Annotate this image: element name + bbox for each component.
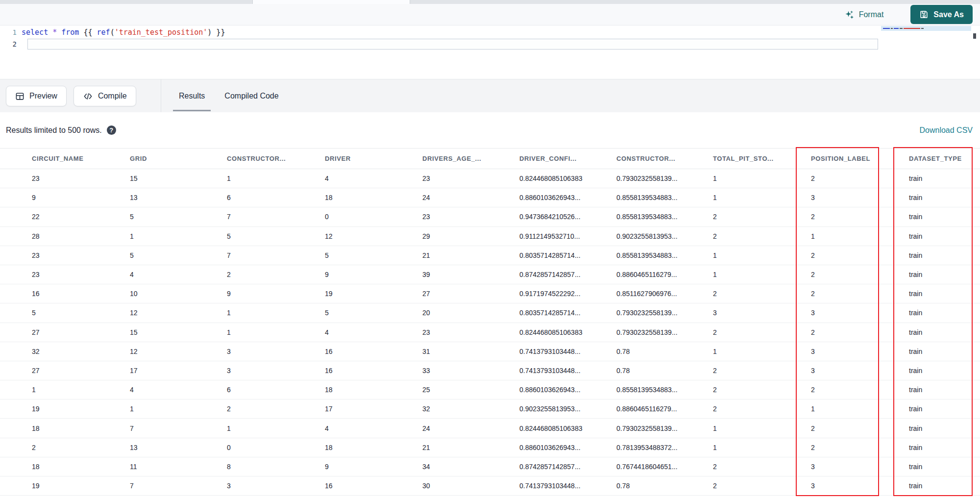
column-header-driver-confi: DRIVER_CONFI...: [519, 155, 616, 162]
table-cell: train: [909, 232, 980, 240]
table-cell: 0.824468085106383: [519, 425, 616, 432]
table-cell: 7: [227, 213, 325, 221]
table-row: 191217320.9023255813953...0.886046511627…: [0, 400, 980, 419]
table-cell: train: [909, 271, 980, 278]
table-cell: train: [909, 367, 980, 375]
table-cell: 0.8860103626943...: [519, 444, 616, 451]
table-cell: 3: [713, 309, 811, 317]
table-cell: 1: [713, 348, 811, 355]
table-cell: 1: [227, 175, 325, 182]
table-cell: 0.8558139534883...: [616, 194, 713, 201]
table-cell: 4: [130, 386, 227, 394]
column-header-circuit-name: CIRCUIT_NAME: [32, 155, 130, 162]
table-cell: 3: [227, 482, 325, 490]
table-cell: 2: [713, 405, 811, 413]
results-info-bar: Results limited to 500 rows. ? Download …: [0, 112, 980, 148]
table-cell: 25: [422, 386, 519, 394]
table-cell: 21: [422, 444, 519, 451]
table-cell: 0.7930232558139...: [616, 328, 713, 336]
table-cell: train: [909, 213, 980, 221]
table-cell: 5: [130, 251, 227, 259]
result-tabs: Results Compiled Code: [169, 79, 289, 112]
editor-scrollbar[interactable]: [973, 33, 976, 39]
table-cell: 1: [811, 232, 909, 240]
table-cell: 20: [422, 309, 519, 317]
table-cell: 1: [811, 405, 909, 413]
compile-label: Compile: [98, 92, 127, 100]
table-cell: 1: [713, 251, 811, 259]
save-as-button[interactable]: Save As: [910, 5, 973, 24]
table-cell: 7: [227, 251, 325, 259]
preview-button[interactable]: Preview: [6, 86, 67, 106]
table-cell: 0.7413793103448...: [519, 482, 616, 490]
table-cell: 17: [130, 367, 227, 375]
compile-button[interactable]: Compile: [74, 86, 136, 106]
table-cell: 0.78: [616, 348, 713, 355]
table-cell: 1: [713, 271, 811, 278]
table-cell: 27: [32, 328, 130, 336]
table-cell: 1: [227, 309, 325, 317]
download-csv-link[interactable]: Download CSV: [920, 126, 973, 135]
tab-compiled-code[interactable]: Compiled Code: [215, 79, 288, 112]
preview-label: Preview: [29, 92, 57, 100]
help-icon[interactable]: ?: [107, 125, 116, 135]
table-cell: 0.7674418604651...: [616, 463, 713, 471]
table-row: 22570230.9473684210526...0.8558139534883…: [0, 207, 980, 226]
table-row: 23429390.8742857142857...0.8860465116279…: [0, 265, 980, 284]
table-cell: 1: [130, 232, 227, 240]
table-cell: 0.7413793103448...: [519, 348, 616, 355]
table-cell: 1: [713, 425, 811, 432]
table-cell: 9: [32, 194, 130, 201]
table-cell: 9: [325, 463, 422, 471]
table-cell: 3: [811, 482, 909, 490]
code-editor[interactable]: 1 select * from {{ ref('train_test_posit…: [0, 25, 980, 79]
table-cell: train: [909, 482, 980, 490]
table-cell: 32: [422, 405, 519, 413]
code-line-2: 2: [0, 38, 877, 50]
table-cell: 0.8860103626943...: [519, 386, 616, 394]
format-button[interactable]: Format: [845, 10, 884, 20]
table-cell: 11: [130, 463, 227, 471]
editor-header: Format Save As: [0, 4, 980, 25]
table-cell: 27: [32, 367, 130, 375]
table-cell: 0.8558139534883...: [616, 386, 713, 394]
table-cell: 2: [227, 405, 325, 413]
column-header-drivers-age: DRIVERS_AGE_...: [422, 155, 519, 162]
table-cell: 0.9112149532710...: [519, 232, 616, 240]
table-row: 3212316310.7413793103448...0.7813train: [0, 342, 980, 361]
table-row: 271514230.8244680851063830.7930232558139…: [0, 323, 980, 342]
table-cell: 6: [227, 194, 325, 201]
file-tab-strip: [0, 0, 980, 4]
table-cell: 2: [713, 328, 811, 336]
column-header-dataset-type: DATASET_TYPE: [909, 155, 980, 162]
table-cell: 0.8860103626943...: [519, 194, 616, 201]
table-cell: 0.9023255813953...: [616, 232, 713, 240]
results-limit-text: Results limited to 500 rows.: [6, 126, 102, 135]
table-row: 18714240.8244680851063830.7930232558139.…: [0, 419, 980, 438]
table-cell: 19: [325, 290, 422, 298]
table-cell: 0.8860465116279...: [616, 405, 713, 413]
table-cell: 12: [130, 348, 227, 355]
table-cell: 1: [227, 328, 325, 336]
editor-minimap[interactable]: [881, 26, 971, 54]
table-cell: 0.8860465116279...: [616, 271, 713, 278]
table-cell: 0.78: [616, 482, 713, 490]
table-cell: 15: [130, 175, 227, 182]
table-cell: 13: [130, 194, 227, 201]
table-cell: 27: [422, 290, 519, 298]
table-cell: train: [909, 175, 980, 182]
table-row: 2717316330.7413793103448...0.7823train: [0, 361, 980, 380]
table-cell: 0.7930232558139...: [616, 425, 713, 432]
table-cell: 5: [227, 232, 325, 240]
table-cell: train: [909, 444, 980, 451]
table-cell: 24: [422, 194, 519, 201]
table-cell: 2: [811, 444, 909, 451]
table-cell: 2: [811, 328, 909, 336]
active-file-tab[interactable]: [252, 0, 410, 4]
column-header-constructor: CONSTRUCTOR...: [616, 155, 713, 162]
table-cell: 3: [227, 367, 325, 375]
table-cell: 18: [325, 194, 422, 201]
tab-results[interactable]: Results: [169, 79, 215, 112]
table-cell: 2: [811, 386, 909, 394]
table-cell: 12: [130, 309, 227, 317]
